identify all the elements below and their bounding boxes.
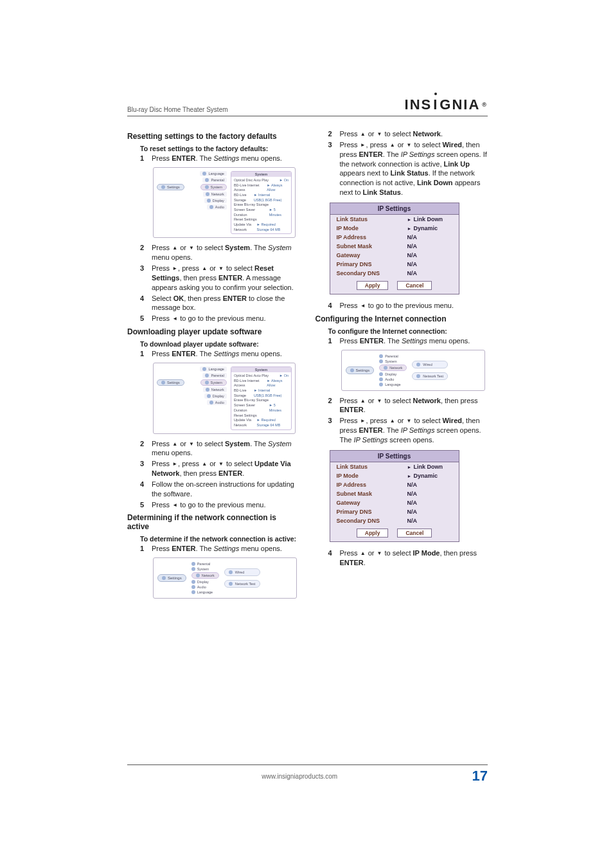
right-column: 2Press ▲ or ▼ to select Network.3Press ►… xyxy=(315,128,488,604)
doc-title: Blu-ray Disc Home Theater System xyxy=(127,106,228,113)
configure-steps-b: 2Press ▲ or ▼ to select Network, then pr… xyxy=(328,396,488,445)
download-steps: 1Press ENTER. The Settings menu opens. xyxy=(140,349,300,359)
apply-button[interactable]: Apply xyxy=(357,281,389,290)
section-determine-title: Determining if the network connection is… xyxy=(127,513,300,531)
settings-network-screenshot: SettingsParentalSystemNetworkDisplayAudi… xyxy=(153,557,297,599)
ip-settings-panel: IP SettingsLink Status►Link DownIP Mode►… xyxy=(330,203,459,294)
section-reset-sub: To reset settings to the factory default… xyxy=(140,145,300,152)
section-reset-title: Resetting settings to the factory defaul… xyxy=(127,132,300,141)
left-column: Resetting settings to the factory defaul… xyxy=(127,128,300,604)
section-configure-sub: To configure the Internet connection: xyxy=(328,327,488,335)
settings-icon xyxy=(161,381,165,384)
settings-system-screenshot: SettingsLanguageParentalSystemNetworkDis… xyxy=(153,167,296,239)
brand-logo: INSIGNIA® xyxy=(405,96,488,113)
cancel-button[interactable]: Cancel xyxy=(397,529,432,538)
reset-steps-cont: 2Press ▲ or ▼ to select System. The Syst… xyxy=(140,243,300,323)
section-configure-title: Configuring the Internet connection xyxy=(315,314,488,323)
settings-icon xyxy=(162,576,166,580)
apply-button[interactable]: Apply xyxy=(357,529,389,538)
settings-icon xyxy=(350,368,354,372)
determine-steps: 1Press ENTER. The Settings menu opens. xyxy=(140,544,300,554)
section-download-sub: To download player update software: xyxy=(140,340,300,348)
section-download-title: Downloading player update software xyxy=(127,327,300,336)
section-determine-sub: To determine if the network connection i… xyxy=(140,535,300,543)
determine-steps-cont-b: 4Press ◄ to go to the previous menu. xyxy=(328,301,488,311)
reset-steps: 1Press ENTER. The Settings menu opens. xyxy=(140,154,300,163)
footer-url: www.insigniaproducts.com xyxy=(262,773,337,780)
page-footer: www.insigniaproducts.com 17 xyxy=(127,764,488,784)
determine-steps-cont-a: 2Press ▲ or ▼ to select Network.3Press ►… xyxy=(328,129,488,197)
configure-steps-c: 4Press ▲ or ▼ to select IP Mode, then pr… xyxy=(328,548,488,568)
configure-steps-a: 1Press ENTER. The Settings menu opens. xyxy=(328,336,488,346)
settings-network-screenshot-2: SettingsParentalSystemNetworkDisplayAudi… xyxy=(341,350,485,391)
settings-icon xyxy=(161,185,165,189)
download-steps-cont: 2Press ▲ or ▼ to select System. The Syst… xyxy=(140,439,300,510)
ip-settings-panel-2: IP SettingsLink Status►Link DownIP Mode►… xyxy=(330,450,459,542)
page-number: 17 xyxy=(472,768,488,784)
page-header: Blu-ray Disc Home Theater System INSIGNI… xyxy=(127,96,488,116)
cancel-button[interactable]: Cancel xyxy=(397,281,432,290)
settings-system-screenshot-2: SettingsLanguageParentalSystemNetworkDis… xyxy=(153,363,296,434)
